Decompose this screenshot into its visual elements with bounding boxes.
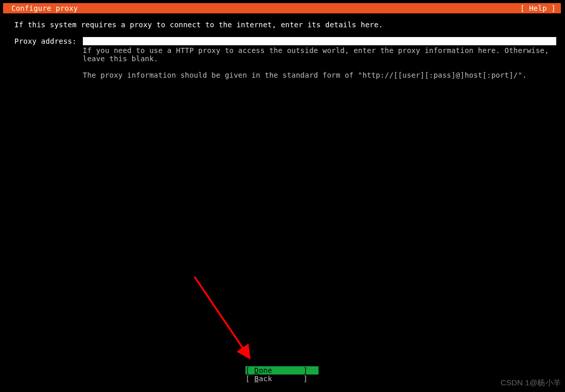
svg-line-1	[195, 277, 249, 357]
footer-buttons: [ Done ] [ Back ]	[3, 366, 561, 383]
proxy-hint-1: If you need to use a HTTP proxy to acces…	[83, 46, 556, 63]
proxy-field-col: If you need to use a HTTP proxy to acces…	[83, 37, 556, 79]
annotation-arrow-icon	[189, 272, 267, 369]
proxy-input-wrap[interactable]	[83, 37, 556, 45]
page-title: Configure proxy	[11, 4, 78, 12]
help-button[interactable]: [ Help ]	[520, 4, 556, 12]
proxy-field-row: Proxy address: If you need to use a HTTP…	[14, 37, 550, 79]
done-button[interactable]: [ Done ]	[245, 366, 319, 375]
body-area: If this system requires a proxy to conne…	[3, 13, 561, 79]
back-button[interactable]: [ Back ]	[245, 375, 319, 383]
proxy-label: Proxy address:	[14, 37, 83, 45]
instruction-text: If this system requires a proxy to conne…	[14, 21, 550, 29]
header-bar: Configure proxy [ Help ]	[3, 3, 561, 13]
proxy-hint-2: The proxy information should be given in…	[83, 71, 556, 79]
proxy-address-input[interactable]	[83, 37, 556, 45]
installer-screen: Configure proxy [ Help ] If this system …	[2, 2, 562, 389]
